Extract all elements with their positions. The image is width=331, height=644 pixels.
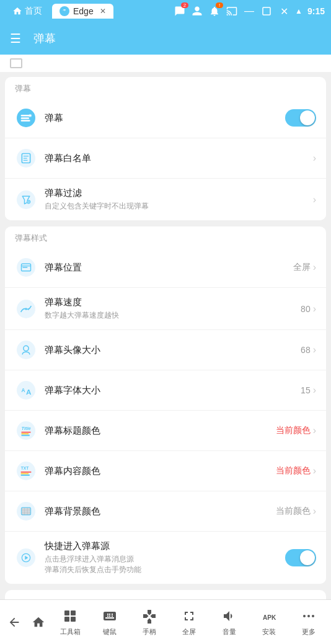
edge-tab[interactable]: Edge ✕: [52, 4, 113, 19]
svg-point-12: [17, 190, 35, 209]
message-icon[interactable]: 2: [174, 5, 186, 17]
svg-point-0: [61, 8, 68, 14]
content-color-item[interactable]: TXT 弹幕内容颜色 当前颜色 ›: [5, 451, 326, 491]
filter-right: ›: [313, 194, 316, 205]
svg-rect-55: [64, 610, 69, 615]
tools-label: 工具箱: [60, 627, 81, 637]
svg-text:TXT: TXT: [21, 466, 29, 470]
top-bar: ☰ 弹幕: [0, 22, 331, 55]
position-right: 全屏 ›: [293, 262, 316, 273]
bg-color-item[interactable]: 弹幕背景颜色 当前颜色 ›: [5, 491, 326, 532]
status-bar: 首页 Edge ✕ 2: [0, 0, 331, 22]
position-item[interactable]: 弹幕位置 全屏 ›: [5, 248, 326, 288]
svg-point-21: [25, 308, 27, 310]
notif-square: [10, 58, 22, 68]
user-icon[interactable]: [191, 5, 203, 17]
filter-item[interactable]: 弹幕过滤 自定义包含关键字时不出现弹幕 ›: [5, 179, 326, 220]
quick-enter-toggle[interactable]: [285, 549, 316, 566]
danmaku-toggle-title: 弹幕: [45, 112, 285, 124]
home-tab[interactable]: 首页: [6, 3, 48, 19]
fullscreen-icon: [180, 607, 198, 625]
avatar-size-value: 68: [301, 345, 311, 355]
title-color-right: 当前颜色 ›: [276, 425, 316, 436]
svg-point-6: [29, 114, 32, 117]
svg-point-60: [303, 615, 306, 617]
avatar-size-title: 弹幕头像大小: [45, 344, 301, 356]
svg-text:Title: Title: [22, 426, 31, 431]
cast-svg: [226, 6, 237, 17]
svg-rect-35: [21, 472, 32, 473]
more-button[interactable]: 更多: [289, 607, 329, 637]
speed-item[interactable]: 弹幕速度 数字越大弹幕速度越快 80 ›: [5, 288, 326, 330]
svg-point-62: [312, 615, 314, 617]
edge-tab-label: Edge: [73, 6, 94, 16]
position-icon: [15, 256, 37, 279]
title-color-item[interactable]: Title 弹幕标题颜色 当前颜色 ›: [5, 411, 326, 451]
notification-icon[interactable]: !: [208, 5, 221, 17]
message-badge: 2: [181, 2, 188, 8]
quick-enter-icon: [15, 547, 37, 569]
content-color-value: 当前颜色: [276, 465, 311, 476]
home-tab-icon: [12, 6, 22, 16]
back-button[interactable]: [2, 614, 26, 631]
whitelist-item[interactable]: 弹幕白名单 ›: [5, 138, 326, 179]
maximize-icon[interactable]: [260, 5, 273, 17]
danmaku-test-item[interactable]: 弹幕测试: [5, 590, 326, 599]
minimize-icon[interactable]: —: [243, 5, 255, 17]
fullscreen-button[interactable]: 全屏: [169, 607, 209, 637]
keyboard-label: 键鼠: [103, 627, 117, 637]
speed-title: 弹幕速度: [45, 297, 301, 308]
content-color-title: 弹幕内容颜色: [45, 465, 276, 477]
close-icon[interactable]: ✕: [278, 5, 290, 17]
title-color-icon: Title: [15, 419, 37, 442]
edge-tab-icon: [60, 6, 69, 16]
bottom-bar: 工具箱 键鼠 手柄 全屏 音量: [0, 599, 331, 644]
gamepad-button[interactable]: 手柄: [130, 607, 169, 637]
gamepad-icon: [141, 607, 158, 625]
avatar-size-icon: [15, 339, 37, 361]
apk-button[interactable]: APK 安装: [249, 607, 289, 637]
avatar-size-item[interactable]: 弹幕头像大小 68 ›: [5, 330, 326, 370]
more-label: 更多: [302, 627, 316, 637]
title-color-title: 弹幕标题颜色: [45, 425, 276, 437]
danmaku-toggle[interactable]: [285, 109, 316, 127]
title-color-value: 当前颜色: [276, 425, 311, 436]
menu-icon[interactable]: ☰: [10, 31, 21, 46]
filter-subtitle: 自定义包含关键字时不出现弹幕: [45, 201, 313, 212]
quick-enter-subtitle: 点击悬浮球进入弹幕消息源 弹幕消失后恢复点击手势功能: [45, 554, 285, 575]
whitelist-icon: [15, 147, 37, 169]
svg-rect-1: [263, 7, 270, 15]
filter-title: 弹幕过滤: [45, 187, 313, 199]
home-button[interactable]: [26, 614, 50, 631]
tools-button[interactable]: 工具箱: [50, 607, 90, 637]
danmaku-toggle-item[interactable]: 弹幕: [5, 98, 326, 138]
svg-rect-36: [21, 473, 29, 474]
font-size-item[interactable]: A A 弹幕字体大小 15 ›: [5, 370, 326, 411]
content-color-content: 弹幕内容颜色: [45, 465, 276, 477]
danmaku-style-section: 弹幕样式 弹幕位置 全屏 ›: [5, 226, 326, 584]
fullscreen-label: 全屏: [182, 627, 196, 637]
svg-rect-58: [71, 617, 76, 622]
quick-enter-item[interactable]: 快捷进入弹幕源 点击悬浮球进入弹幕消息源 弹幕消失后恢复点击手势功能: [5, 532, 326, 584]
speed-value: 80: [301, 304, 311, 314]
position-content: 弹幕位置: [45, 262, 293, 274]
content-area: 弹幕 弹幕: [0, 72, 331, 599]
speed-icon: [15, 298, 37, 320]
svg-point-61: [307, 615, 310, 617]
svg-text:APK: APK: [263, 614, 276, 621]
volume-button[interactable]: 音量: [210, 607, 249, 637]
notif-bar: [0, 55, 331, 72]
content-color-chevron: ›: [313, 465, 316, 476]
keyboard-button[interactable]: 键鼠: [90, 607, 130, 637]
cast-icon[interactable]: [226, 5, 238, 17]
home-icon: [30, 614, 47, 631]
svg-text:A: A: [22, 387, 25, 393]
svg-rect-30: [22, 432, 31, 433]
apk-icon: APK: [260, 607, 278, 625]
svg-point-33: [17, 462, 35, 480]
tab-close-button[interactable]: ✕: [100, 7, 106, 16]
home-tab-label: 首页: [25, 6, 42, 17]
whitelist-content: 弹幕白名单: [45, 153, 313, 164]
user-svg: [192, 6, 203, 17]
edge-icon: [61, 7, 68, 15]
